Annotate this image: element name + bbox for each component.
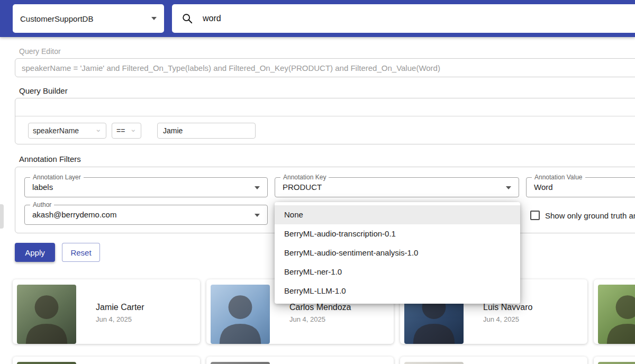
result-card[interactable] [594,357,635,364]
menu-item-audio-sentiment[interactable]: BerryML-audio-sentiment-analysis-1.0 [275,243,520,262]
apply-button[interactable]: Apply [15,243,55,262]
author-value: akash@berrydemo.com [32,205,116,224]
result-card[interactable]: Jamie Carter Jun 4, 2025 [13,279,200,344]
query-editor-input[interactable] [15,58,635,77]
avatar [598,285,635,344]
result-card[interactable] [206,357,394,364]
query-builder-divider [15,116,635,116]
annotation-layer-value: labels [32,178,53,197]
chevron-down-icon [255,214,260,217]
chevron-down-icon [255,186,260,189]
ground-truth-checkbox[interactable] [530,211,540,220]
card-date: Jun 4, 2025 [289,315,325,323]
annotation-key-select[interactable]: Annotation Key PRODUCT [275,177,519,197]
menu-item-ner[interactable]: BerryML-ner-1.0 [275,262,520,281]
card-name: Luis Navvaro [483,303,532,312]
ground-truth-checkbox-label: Show only ground truth ann [545,211,635,220]
card-date: Jun 4, 2025 [96,315,132,323]
search-icon [182,13,193,24]
reset-button[interactable]: Reset [62,243,100,262]
author-select[interactable]: Author akash@berrydemo.com [24,205,268,225]
chevron-down-icon [151,17,157,20]
query-builder-panel: speakerName ⌄ == ⌄ [15,98,635,144]
search-bar[interactable] [172,4,635,33]
app-window: CustomerSupportDB Query Editor Query Bui… [0,0,635,364]
menu-item-none[interactable]: None [275,205,520,224]
database-selector[interactable]: CustomerSupportDB [13,4,164,33]
chevron-down-icon [506,186,511,189]
query-editor-label: Query Editor [19,47,61,56]
annotation-filters-label: Annotation Filters [19,154,81,163]
rule-value-input[interactable] [157,123,256,139]
avatar [211,362,270,364]
search-input[interactable] [202,13,628,24]
avatar [404,362,464,364]
result-card[interactable] [13,357,200,364]
result-card[interactable] [400,357,587,364]
left-edge-tab[interactable] [0,204,4,229]
annotation-layer-select[interactable]: Annotation Layer labels [24,177,268,197]
avatar [17,362,76,364]
result-card[interactable] [594,279,635,344]
top-app-bar: CustomerSupportDB [0,0,635,37]
rule-operator-value: == [116,126,125,135]
chevron-down-icon: ⌄ [95,126,102,132]
model-dropdown-menu: None BerryML-audio-transcription-0.1 Ber… [275,202,520,304]
menu-item-llm[interactable]: BerryML-LLM-1.0 [275,281,520,301]
avatar [598,362,635,364]
annotation-value-select[interactable]: Annotation Value Word [526,177,635,197]
annotation-key-value: PRODUCT [283,178,322,197]
rule-operator-select[interactable]: == ⌄ [112,123,141,139]
avatar [211,285,270,344]
avatar [17,285,76,344]
card-name: Carlos Mendoza [289,303,351,312]
rule-field-value: speakerName [33,126,79,135]
database-selector-value: CustomerSupportDB [20,14,93,23]
query-builder-label: Query Builder [19,86,68,95]
annotation-value-value: Word [534,178,553,197]
menu-item-audio-transcription[interactable]: BerryML-audio-transcription-0.1 [275,224,520,243]
card-date: Jun 4, 2025 [483,315,519,323]
chevron-down-icon: ⌄ [130,126,137,132]
card-name: Jamie Carter [96,303,144,312]
rule-field-select[interactable]: speakerName ⌄ [28,123,106,139]
